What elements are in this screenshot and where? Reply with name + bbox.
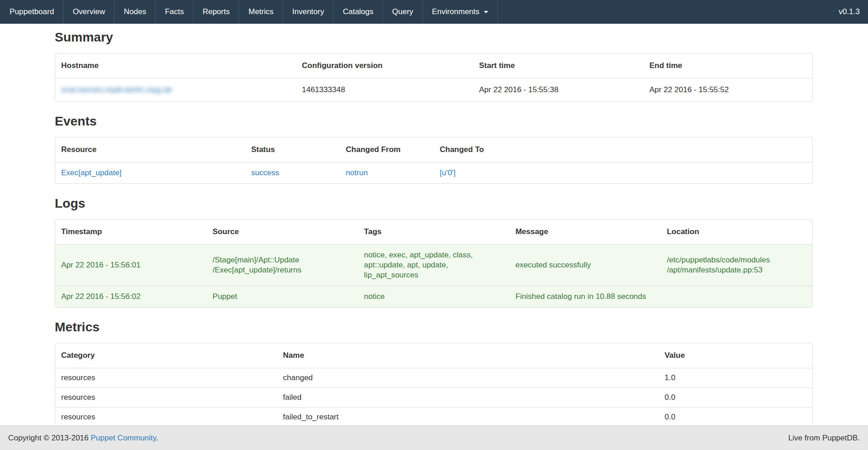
- events-col-resource: Resource: [55, 137, 245, 162]
- metric-name: failed_to_restart: [277, 408, 659, 427]
- metric-value: 0.0: [659, 388, 812, 408]
- log-row: Apr 22 2016 - 15:56:01 /Stage[main]/Apt:…: [55, 245, 812, 286]
- nav-item-overview[interactable]: Overview: [63, 0, 115, 24]
- footer-status-text: Live from PuppetDB.: [788, 434, 860, 443]
- logs-col-message: Message: [509, 220, 661, 245]
- log-location: /etc/puppetlabs/code/modules /apt/manife…: [661, 245, 812, 286]
- metrics-header-row: Category Name Value: [55, 343, 812, 368]
- main-content: Summary Hostname Configuration version S…: [55, 30, 813, 446]
- metric-row: resources failed_to_restart 0.0: [55, 408, 812, 427]
- log-tags: notice, exec, apt_update, class, apt::up…: [358, 245, 510, 286]
- events-col-changed-to: Changed To: [434, 137, 812, 162]
- log-message: executed successfully: [509, 245, 661, 286]
- nav-item-catalogs[interactable]: Catalogs: [334, 0, 383, 24]
- navbar-brand[interactable]: Puppetboard: [0, 0, 63, 24]
- logs-col-tags: Tags: [358, 220, 510, 245]
- version-label: v0.1.3: [831, 0, 868, 24]
- logs-col-source: Source: [207, 220, 358, 245]
- metric-row: resources changed 1.0: [55, 368, 812, 388]
- metric-category: resources: [55, 388, 277, 408]
- logs-heading: Logs: [55, 196, 813, 211]
- logs-table: Timestamp Source Tags Message Location A…: [55, 220, 812, 307]
- summary-col-configver: Configuration version: [296, 53, 473, 78]
- log-timestamp: Apr 22 2016 - 15:56:01: [55, 245, 207, 286]
- start-time-value: Apr 22 2016 - 15:55:38: [473, 78, 643, 102]
- hostname-link[interactable]: snat-tserwm.mpib-berlin.mpg.de: [61, 85, 172, 94]
- log-location: [661, 286, 812, 308]
- metrics-col-value: Value: [659, 343, 812, 368]
- environments-label: Environments: [432, 7, 480, 16]
- nav-item-environments-dropdown[interactable]: Environments: [423, 0, 498, 24]
- logs-header-row: Timestamp Source Tags Message Location: [55, 220, 812, 245]
- navbar-spacer: [498, 0, 831, 24]
- summary-table-panel: Hostname Configuration version Start tim…: [55, 53, 813, 102]
- page-footer: Copyright © 2013-2016 Puppet Community. …: [0, 425, 868, 450]
- nav-item-metrics[interactable]: Metrics: [239, 0, 283, 24]
- metric-name: failed: [277, 388, 659, 408]
- nav-item-facts[interactable]: Facts: [156, 0, 193, 24]
- events-heading: Events: [55, 114, 813, 129]
- events-col-changed-from: Changed From: [340, 137, 434, 162]
- nav-item-query[interactable]: Query: [383, 0, 423, 24]
- event-resource-link[interactable]: Exec[apt_update]: [61, 168, 121, 177]
- event-changed-from-link[interactable]: notrun: [346, 168, 368, 177]
- events-table: Resource Status Changed From Changed To …: [55, 137, 812, 183]
- log-source: Puppet: [207, 286, 358, 308]
- logs-col-timestamp: Timestamp: [55, 220, 207, 245]
- summary-col-endtime: End time: [643, 53, 812, 78]
- log-message: Finished catalog run in 10.88 seconds: [509, 286, 661, 308]
- copyright-suffix: .: [156, 434, 158, 442]
- log-row: Apr 22 2016 - 15:56:02 Puppet notice Fin…: [55, 286, 812, 308]
- summary-header-row: Hostname Configuration version Start tim…: [55, 53, 812, 78]
- log-source: /Stage[main]/Apt::Update /Exec[apt_updat…: [207, 245, 358, 286]
- copyright-prefix: Copyright © 2013-2016: [8, 434, 91, 442]
- end-time-value: Apr 22 2016 - 15:55:52: [643, 78, 812, 102]
- summary-table: Hostname Configuration version Start tim…: [55, 53, 812, 101]
- metric-row: resources failed 0.0: [55, 388, 812, 408]
- nav-item-inventory[interactable]: Inventory: [283, 0, 334, 24]
- summary-data-row: snat-tserwm.mpib-berlin.mpg.de 146133334…: [55, 78, 812, 102]
- logs-col-location: Location: [661, 220, 812, 245]
- summary-heading: Summary: [55, 30, 813, 45]
- events-data-row: Exec[apt_update] success notrun [u'0']: [55, 162, 812, 184]
- logs-table-panel: Timestamp Source Tags Message Location A…: [55, 219, 813, 308]
- metric-name: changed: [277, 368, 659, 388]
- event-changed-to-link[interactable]: [u'0']: [439, 168, 455, 177]
- event-status-link[interactable]: success: [251, 168, 279, 177]
- events-table-panel: Resource Status Changed From Changed To …: [55, 137, 813, 184]
- footer-copyright: Copyright © 2013-2016 Puppet Community.: [8, 434, 158, 443]
- log-timestamp: Apr 22 2016 - 15:56:02: [55, 286, 207, 308]
- nav-item-reports[interactable]: Reports: [193, 0, 240, 24]
- caret-down-icon: [484, 11, 488, 13]
- events-header-row: Resource Status Changed From Changed To: [55, 137, 812, 162]
- metrics-col-category: Category: [55, 343, 277, 368]
- metric-value: 1.0: [659, 368, 812, 388]
- puppet-community-link[interactable]: Puppet Community: [91, 434, 156, 442]
- events-col-status: Status: [245, 137, 340, 162]
- metric-value: 0.0: [659, 408, 812, 427]
- summary-col-hostname: Hostname: [55, 53, 296, 78]
- metric-category: resources: [55, 408, 277, 427]
- summary-col-starttime: Start time: [473, 53, 643, 78]
- metrics-heading: Metrics: [55, 320, 813, 335]
- metrics-col-name: Name: [277, 343, 659, 368]
- top-navbar: Puppetboard Overview Nodes Facts Reports…: [0, 0, 868, 24]
- configuration-version-value: 1461333348: [296, 78, 473, 102]
- metric-category: resources: [55, 368, 277, 388]
- nav-item-nodes[interactable]: Nodes: [115, 0, 156, 24]
- log-tags: notice: [358, 286, 510, 308]
